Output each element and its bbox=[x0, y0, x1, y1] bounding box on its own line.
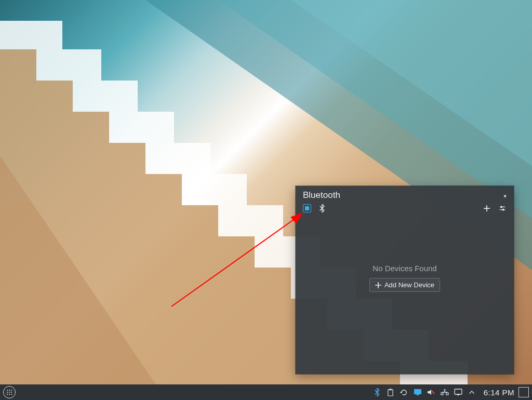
tray-network-icon[interactable] bbox=[440, 388, 449, 397]
svg-rect-26 bbox=[389, 389, 392, 390]
add-new-device-button[interactable]: Add New Device bbox=[369, 278, 440, 292]
bluetooth-icon[interactable] bbox=[318, 204, 326, 213]
taskbar: 6:14 PM bbox=[0, 384, 532, 400]
tray-updates-icon[interactable] bbox=[400, 388, 409, 397]
svg-rect-38 bbox=[457, 394, 459, 395]
svg-rect-28 bbox=[414, 389, 421, 394]
svg-rect-36 bbox=[446, 393, 448, 395]
plus-icon bbox=[375, 282, 381, 288]
configure-icon[interactable] bbox=[498, 204, 507, 212]
application-launcher-button[interactable] bbox=[3, 386, 16, 398]
bluetooth-popup-title: Bluetooth bbox=[303, 190, 340, 201]
tray-expand-icon[interactable] bbox=[467, 388, 476, 397]
svg-marker-2 bbox=[291, 0, 532, 166]
tray-display-icon[interactable] bbox=[413, 388, 422, 397]
tray-clipboard-icon[interactable] bbox=[386, 388, 395, 397]
svg-point-22 bbox=[502, 209, 504, 210]
tray-volume-muted-icon[interactable] bbox=[427, 388, 436, 397]
svg-marker-5 bbox=[0, 21, 62, 49]
no-devices-label: No Devices Found bbox=[296, 264, 514, 273]
svg-rect-32 bbox=[444, 389, 446, 390]
svg-marker-1 bbox=[218, 0, 532, 218]
svg-marker-18 bbox=[0, 156, 156, 384]
bluetooth-applet-popup: Bluetooth ✦ No bbox=[296, 186, 514, 374]
svg-marker-8 bbox=[109, 112, 174, 143]
svg-line-31 bbox=[432, 391, 434, 394]
svg-marker-6 bbox=[36, 49, 101, 81]
tray-bluetooth-icon[interactable] bbox=[373, 388, 382, 397]
system-tray bbox=[373, 388, 481, 397]
svg-rect-25 bbox=[388, 389, 393, 395]
svg-marker-7 bbox=[73, 81, 138, 112]
bluetooth-enable-checkbox[interactable] bbox=[303, 204, 311, 212]
pin-icon[interactable]: ✦ bbox=[502, 192, 508, 198]
svg-point-20 bbox=[501, 206, 502, 208]
svg-marker-11 bbox=[218, 205, 283, 236]
tray-battery-icon[interactable] bbox=[454, 388, 463, 397]
svg-marker-10 bbox=[182, 174, 247, 205]
add-device-icon[interactable] bbox=[483, 204, 491, 212]
svg-marker-30 bbox=[428, 390, 431, 395]
svg-marker-9 bbox=[145, 143, 210, 174]
add-new-device-label: Add New Device bbox=[384, 281, 434, 289]
svg-rect-37 bbox=[455, 389, 462, 394]
svg-rect-29 bbox=[417, 394, 419, 395]
svg-rect-35 bbox=[441, 393, 443, 395]
show-desktop-button[interactable] bbox=[518, 387, 529, 397]
taskbar-clock[interactable]: 6:14 PM bbox=[484, 388, 514, 397]
